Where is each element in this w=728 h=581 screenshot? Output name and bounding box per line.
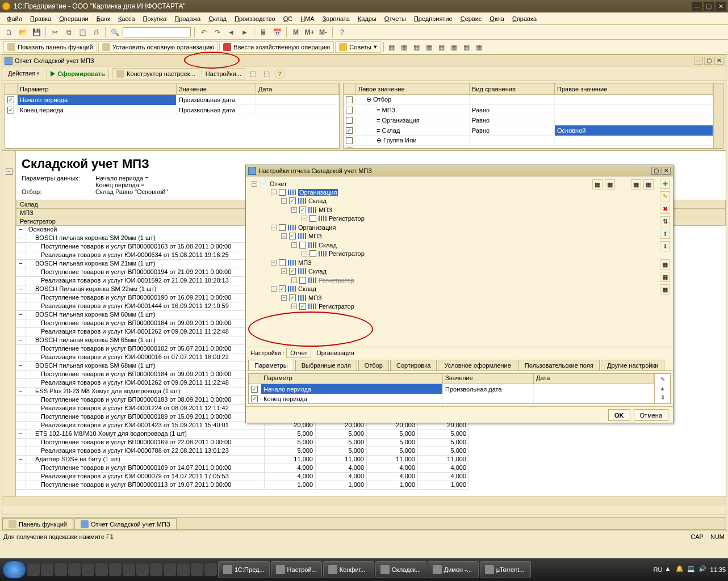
tree-node[interactable]: − Организация <box>261 222 654 231</box>
system-tray[interactable]: RU ▲ 🔔 💻 🔊 11:35 <box>654 565 726 574</box>
menu-item[interactable]: Операции <box>56 14 91 23</box>
report-row[interactable]: Реализация товаров и услуг ЮИ-0000079 от… <box>16 473 726 481</box>
expand-icon[interactable]: − <box>281 233 287 239</box>
checkbox[interactable] <box>279 189 286 196</box>
checkbox[interactable]: ✓ <box>299 207 306 213</box>
tree-node[interactable]: − ✓ МПЗ <box>261 293 654 302</box>
help-icon[interactable]: ? <box>336 27 348 38</box>
undo-icon[interactable]: ↶ <box>198 27 210 38</box>
checkbox[interactable] <box>309 250 316 257</box>
filter-row[interactable]: ✓= СкладРавноОсновной <box>344 125 713 136</box>
settings-tab[interactable]: Сортировка <box>390 360 437 371</box>
tree-node[interactable]: − Склад <box>261 240 654 249</box>
tree-node[interactable]: − ✓ Склад <box>261 196 654 205</box>
checkbox[interactable]: ✓ <box>346 127 353 134</box>
checkbox[interactable]: ✓ <box>7 96 14 103</box>
settings-tab[interactable]: Другие настройки <box>601 360 664 371</box>
tree-node[interactable]: − ✓ Регистратор <box>261 302 654 311</box>
tool-icon-2[interactable]: ⬚ <box>261 68 273 79</box>
settings-tab[interactable]: Параметры <box>248 360 294 371</box>
search-icon[interactable]: 🔍 <box>109 27 120 38</box>
menu-item[interactable]: Сервис <box>457 14 486 23</box>
settings-tab[interactable]: Условное оформление <box>438 360 517 371</box>
filter-row[interactable]: = МПЗРавно <box>344 105 713 115</box>
menu-item[interactable]: Продажа <box>171 14 204 23</box>
pg-expand-icon[interactable]: ⇕ <box>658 393 667 401</box>
param-row[interactable]: ✓ Конец периода Произвольная дата <box>5 105 339 115</box>
quicklaunch-icon[interactable] <box>123 563 135 576</box>
checkbox[interactable] <box>309 215 316 222</box>
maximize-button[interactable]: ▢ <box>704 2 714 11</box>
settings-tab[interactable]: Отбор <box>358 360 389 371</box>
taskbar-item[interactable]: 1С:Пред... <box>218 561 270 578</box>
pg-up-icon[interactable]: ▲ <box>658 384 667 392</box>
checkbox[interactable] <box>279 259 286 266</box>
settings-max[interactable]: ▢ <box>651 167 660 175</box>
checkbox[interactable] <box>279 224 286 231</box>
menu-item[interactable]: Производство <box>231 14 279 23</box>
collapse-icon[interactable]: − <box>6 168 12 175</box>
checkbox[interactable]: ✓ <box>289 233 296 239</box>
save-icon[interactable]: 💾 <box>31 27 42 38</box>
menu-item[interactable]: НМА <box>297 14 317 23</box>
filter-row[interactable]: = ОрганизацияРавно <box>344 115 713 125</box>
expand-icon[interactable]: − <box>252 181 257 187</box>
delete-icon[interactable]: ✖ <box>660 204 670 214</box>
scope-report[interactable]: Отчет <box>286 348 311 358</box>
checkbox[interactable] <box>346 148 353 149</box>
checkbox[interactable]: ✓ <box>289 268 296 275</box>
calc-icon[interactable]: 🖩 <box>258 27 269 38</box>
taskbar-item[interactable]: µTorrent... <box>480 561 531 578</box>
quicklaunch-icon[interactable] <box>164 563 176 576</box>
menu-item[interactable]: ОС <box>280 14 296 23</box>
quicklaunch-icon[interactable] <box>95 563 108 576</box>
menu-item[interactable]: Кадры <box>354 14 380 23</box>
checkbox[interactable] <box>346 137 353 144</box>
nav-fwd-icon[interactable]: ► <box>239 27 250 38</box>
checkbox[interactable] <box>299 277 306 284</box>
tree-node[interactable]: − Регистратор <box>261 214 654 223</box>
tray-icon[interactable]: 🔔 <box>676 565 685 574</box>
add-icon[interactable]: ✚ <box>660 179 670 189</box>
tips-button[interactable]: Советы ▾ <box>335 41 380 53</box>
copy-icon[interactable]: ⧉ <box>63 27 74 38</box>
scrollbar[interactable] <box>713 83 723 148</box>
expand-icon[interactable]: − <box>281 268 287 274</box>
m-button[interactable]: M <box>290 27 302 38</box>
quicklaunch-icon[interactable] <box>27 563 40 576</box>
taskbar-item[interactable]: Димон -... <box>428 561 479 578</box>
mminus-button[interactable]: M- <box>317 27 329 38</box>
ok-button[interactable]: OK <box>608 409 630 421</box>
quicklaunch-icon[interactable] <box>82 563 94 576</box>
menu-item[interactable]: Касса <box>115 14 139 23</box>
misc-icon-2[interactable]: ▦ <box>399 41 410 53</box>
checkbox[interactable]: ✓ <box>251 386 258 393</box>
tree-node[interactable]: − Регистратор <box>261 249 654 258</box>
clock[interactable]: 11:35 <box>710 566 726 573</box>
actions-dropdown[interactable]: Действия <box>5 69 43 78</box>
menu-item[interactable]: Зарплата <box>319 14 353 23</box>
tree-node[interactable]: − ✓ Склад <box>261 267 654 276</box>
tree-node[interactable]: − ✓ МПЗ <box>261 231 654 241</box>
menu-item[interactable]: Предприятие <box>411 14 456 23</box>
report-row[interactable]: Поступление товаров и услуг ВП000000113 … <box>16 481 726 490</box>
checkbox[interactable]: ✓ <box>251 395 258 402</box>
menu-item[interactable]: Банк <box>93 14 114 23</box>
tree-tool-icon[interactable]: ▦ <box>605 179 615 190</box>
menu-item[interactable]: Окна <box>486 14 508 23</box>
quicklaunch-icon[interactable] <box>150 563 162 576</box>
window-tab[interactable]: Панель функций <box>2 518 73 529</box>
filter-row[interactable]: ⊖ Отбор <box>344 95 713 105</box>
menu-item[interactable]: Отчеты <box>381 14 409 23</box>
tree-node[interactable]: − Регистратор <box>261 275 654 284</box>
tool-icon[interactable]: ▦ <box>660 272 670 282</box>
horizontal-scrollbar[interactable] <box>2 496 726 506</box>
calendar-icon[interactable]: 📅 <box>271 27 283 38</box>
tree-node[interactable]: − ✓ Склад <box>261 284 654 293</box>
misc-icon-5[interactable]: ▦ <box>436 41 447 53</box>
edit-icon[interactable]: ✎ <box>660 191 670 201</box>
pg-edit-icon[interactable]: ✎ <box>658 375 667 383</box>
new-icon[interactable]: 🗋 <box>3 27 15 38</box>
settings-constructor-button[interactable]: Конструктор настроек... <box>112 68 199 79</box>
tray-icon[interactable]: ▲ <box>664 565 673 574</box>
